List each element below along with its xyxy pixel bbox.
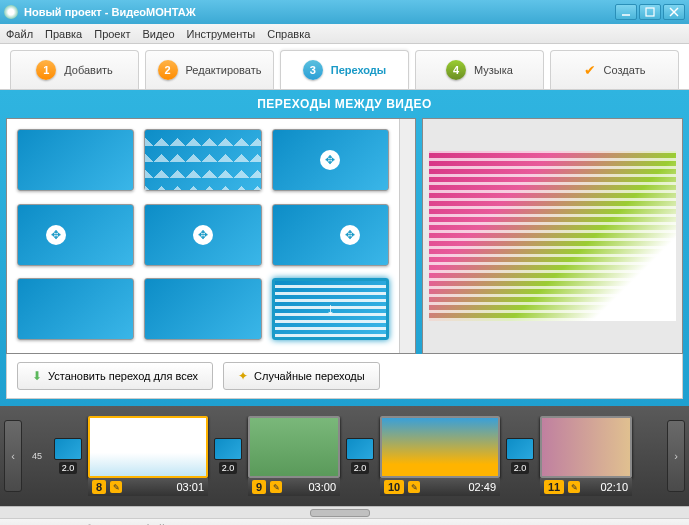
transition-blinds-vertical[interactable]: ↓ bbox=[272, 278, 389, 340]
clip-thumbnail bbox=[380, 416, 500, 478]
preview-viewport bbox=[429, 151, 676, 321]
transition-circle-left[interactable]: ✥ bbox=[17, 204, 134, 266]
transition-thumb-icon bbox=[54, 438, 82, 460]
close-button[interactable] bbox=[663, 4, 685, 20]
tab-number-icon: 4 bbox=[446, 60, 466, 80]
scrollbar-horizontal[interactable] bbox=[0, 506, 689, 518]
transition-thumb-icon bbox=[214, 438, 242, 460]
tab-edit[interactable]: 2 Редактировать bbox=[145, 50, 274, 89]
section-title: ПЕРЕХОДЫ МЕЖДУ ВИДЕО bbox=[0, 90, 689, 118]
tab-number-icon: 2 bbox=[158, 60, 178, 80]
transition-duration: 2.0 bbox=[511, 462, 530, 474]
clip-duration: 02:49 bbox=[468, 481, 496, 493]
tab-number-icon: 3 bbox=[303, 60, 323, 80]
tab-label: Создать bbox=[604, 64, 646, 76]
apply-to-all-button[interactable]: ⬇ Установить переход для всех bbox=[17, 362, 213, 390]
timeline: ‹ 45 2.0 8✎03:01 2.0 9✎03:00 2.0 10✎02:4… bbox=[0, 406, 689, 506]
clip-duration: 03:00 bbox=[308, 481, 336, 493]
svg-rect-1 bbox=[646, 8, 654, 16]
timeline-start-index: 45 bbox=[32, 451, 42, 461]
timeline-clip[interactable]: 9✎03:00 bbox=[248, 416, 340, 496]
transition-thumb-icon bbox=[346, 438, 374, 460]
tab-label: Переходы bbox=[331, 64, 387, 76]
transition-wipe-down[interactable] bbox=[17, 278, 134, 340]
transition-circle-right[interactable]: ✥ bbox=[272, 204, 389, 266]
clip-duration: 02:10 bbox=[600, 481, 628, 493]
clip-index: 11 bbox=[544, 480, 564, 494]
clip-thumbnail bbox=[248, 416, 340, 478]
edit-icon[interactable]: ✎ bbox=[110, 481, 122, 493]
transition-fade[interactable] bbox=[17, 129, 134, 191]
content-area: ПЕРЕХОДЫ МЕЖДУ ВИДЕО ✥ ✥ ✥ ✥ ↓ ⬇ Установ… bbox=[0, 90, 689, 406]
transitions-grid: ✥ ✥ ✥ ✥ ↓ bbox=[7, 119, 399, 353]
transition-duration: 2.0 bbox=[59, 462, 78, 474]
app-icon bbox=[4, 5, 18, 19]
preview-panel bbox=[422, 118, 683, 354]
timeline-clip[interactable]: 10✎02:49 bbox=[380, 416, 500, 496]
transition-circle-out[interactable]: ✥ bbox=[272, 129, 389, 191]
menu-edit[interactable]: Правка bbox=[45, 28, 82, 40]
maximize-button[interactable] bbox=[639, 4, 661, 20]
transition-wipe-diag[interactable] bbox=[144, 278, 261, 340]
transition-duration: 2.0 bbox=[219, 462, 238, 474]
magic-wand-icon: ✦ bbox=[238, 369, 248, 383]
timeline-transition[interactable]: 2.0 bbox=[344, 438, 376, 474]
button-label: Случайные переходы bbox=[254, 370, 365, 382]
timeline-transition[interactable]: 2.0 bbox=[212, 438, 244, 474]
random-transitions-button[interactable]: ✦ Случайные переходы bbox=[223, 362, 380, 390]
edit-icon[interactable]: ✎ bbox=[270, 481, 282, 493]
window-title: Новый проект - ВидеоМОНТАЖ bbox=[24, 6, 613, 18]
timeline-transition[interactable]: 2.0 bbox=[52, 438, 84, 474]
transitions-panel: ✥ ✥ ✥ ✥ ↓ bbox=[6, 118, 416, 354]
clip-index: 10 bbox=[384, 480, 404, 494]
timeline-transition[interactable]: 2.0 bbox=[504, 438, 536, 474]
clip-index: 9 bbox=[252, 480, 266, 494]
tab-create[interactable]: ✔ Создать bbox=[550, 50, 679, 89]
timeline-clip[interactable]: 11✎02:10 bbox=[540, 416, 632, 496]
transition-duration: 2.0 bbox=[351, 462, 370, 474]
download-arrow-icon: ⬇ bbox=[32, 369, 42, 383]
timeline-prev-button[interactable]: ‹ bbox=[4, 420, 22, 492]
transition-circle-center[interactable]: ✥ bbox=[144, 204, 261, 266]
clip-index: 8 bbox=[92, 480, 106, 494]
tab-music[interactable]: 4 Музыка bbox=[415, 50, 544, 89]
transition-checker[interactable] bbox=[144, 129, 261, 191]
workflow-tabs: 1 Добавить 2 Редактировать 3 Переходы 4 … bbox=[0, 44, 689, 90]
tab-label: Редактировать bbox=[186, 64, 262, 76]
clip-duration: 03:01 bbox=[176, 481, 204, 493]
tab-label: Добавить bbox=[64, 64, 113, 76]
window-titlebar: Новый проект - ВидеоМОНТАЖ bbox=[0, 0, 689, 24]
timeline-strip[interactable]: 45 2.0 8✎03:01 2.0 9✎03:00 2.0 10✎02:49 bbox=[26, 416, 663, 496]
tab-label: Музыка bbox=[474, 64, 513, 76]
clip-thumbnail bbox=[88, 416, 208, 478]
status-bar: Количество добавленных файлов: 13 Длител… bbox=[0, 518, 689, 525]
tab-number-icon: 1 bbox=[36, 60, 56, 80]
button-label: Установить переход для всех bbox=[48, 370, 198, 382]
tab-transitions[interactable]: 3 Переходы bbox=[280, 50, 409, 89]
menu-help[interactable]: Справка bbox=[267, 28, 310, 40]
menu-tools[interactable]: Инструменты bbox=[187, 28, 256, 40]
button-row: ⬇ Установить переход для всех ✦ Случайны… bbox=[6, 354, 683, 399]
minimize-button[interactable] bbox=[615, 4, 637, 20]
scrollbar-vertical[interactable] bbox=[399, 119, 415, 353]
timeline-clip[interactable]: 8✎03:01 bbox=[88, 416, 208, 496]
menu-project[interactable]: Проект bbox=[94, 28, 130, 40]
menu-video[interactable]: Видео bbox=[142, 28, 174, 40]
transition-thumb-icon bbox=[506, 438, 534, 460]
tab-add[interactable]: 1 Добавить bbox=[10, 50, 139, 89]
edit-icon[interactable]: ✎ bbox=[568, 481, 580, 493]
menu-bar: Файл Правка Проект Видео Инструменты Спр… bbox=[0, 24, 689, 44]
timeline-next-button[interactable]: › bbox=[667, 420, 685, 492]
edit-icon[interactable]: ✎ bbox=[408, 481, 420, 493]
menu-file[interactable]: Файл bbox=[6, 28, 33, 40]
checkmark-icon: ✔ bbox=[584, 62, 596, 78]
clip-thumbnail bbox=[540, 416, 632, 478]
